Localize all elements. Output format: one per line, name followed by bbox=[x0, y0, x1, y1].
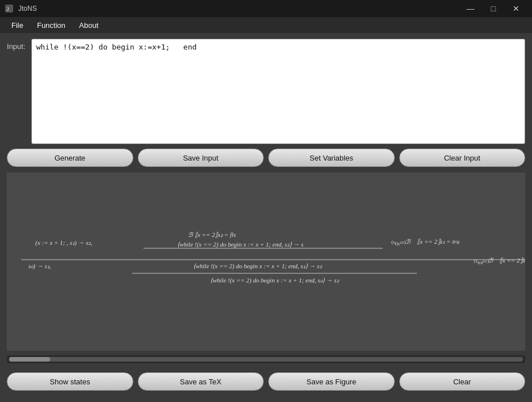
save-as-tex-button[interactable]: Save as TeX bbox=[138, 372, 264, 391]
svg-text:⟨while !(x == 2) do begin  x :: ⟨while !(x == 2) do begin x := x + 1; en… bbox=[193, 262, 322, 270]
svg-text:⟨while !(x == 2) do begin  x :: ⟨while !(x == 2) do begin x := x + 1; en… bbox=[210, 277, 339, 284]
horizontal-scrollbar[interactable] bbox=[7, 355, 525, 363]
generate-button[interactable]: Generate bbox=[7, 149, 133, 167]
input-section: Input: while !(x==2) do begin x:=x+1; en… bbox=[7, 39, 525, 144]
svg-text:(x := x + 1;  ,  s₁) → s₂,: (x := x + 1; , s₁) → s₂, bbox=[35, 239, 92, 247]
svg-text:(stru₀₀): (stru₀₀) bbox=[474, 258, 489, 265]
menu-function[interactable]: Function bbox=[30, 19, 72, 32]
menubar: File Function About bbox=[0, 17, 532, 33]
top-button-row: Generate Save Input Set Variables Clear … bbox=[7, 149, 525, 167]
math-content: .math-text { fill: #e8e8e8; font-family:… bbox=[7, 221, 525, 303]
titlebar-left: J JtoNS bbox=[5, 4, 37, 13]
svg-text:⟦x == 2⟧s₁ = tru: ⟦x == 2⟧s₁ = tru bbox=[417, 238, 460, 245]
derivation-tree-svg: .math-text { fill: #e8e8e8; font-family:… bbox=[18, 227, 525, 295]
window-controls: — □ ✕ bbox=[459, 0, 527, 17]
minimize-button[interactable]: — bbox=[459, 0, 482, 17]
scrollbar-track bbox=[9, 357, 523, 362]
svg-text:⟨while !(x == 2) do begin  x :: ⟨while !(x == 2) do begin x := x + 1; en… bbox=[177, 241, 304, 248]
app-title: JtoNS bbox=[18, 5, 37, 13]
input-textarea[interactable]: while !(x==2) do begin x:=x+1; end bbox=[31, 39, 525, 144]
svg-text:ℬ  ⟦x == 2⟧s₂ = fls: ℬ ⟦x == 2⟧s₂ = fls bbox=[188, 231, 236, 238]
save-input-button[interactable]: Save Input bbox=[138, 149, 264, 167]
scrollbar-thumb[interactable] bbox=[9, 357, 50, 362]
svg-text:s₀) → s₁,: s₀) → s₁, bbox=[28, 262, 51, 270]
svg-text:ℬ: ℬ bbox=[406, 238, 411, 245]
svg-text:⟦x == 2⟧s₀: ⟦x == 2⟧s₀ bbox=[500, 257, 525, 264]
svg-text:J: J bbox=[6, 6, 9, 12]
show-states-button[interactable]: Show states bbox=[7, 372, 133, 391]
main-content: Input: while !(x==2) do begin x:=x+1; en… bbox=[0, 33, 532, 402]
menu-about[interactable]: About bbox=[72, 19, 105, 32]
save-as-figure-button[interactable]: Save as Figure bbox=[268, 372, 395, 391]
output-area: .math-text { fill: #e8e8e8; font-family:… bbox=[7, 173, 525, 351]
clear-input-button[interactable]: Clear Input bbox=[399, 149, 526, 167]
maximize-button[interactable]: □ bbox=[482, 0, 505, 17]
app-icon: J bbox=[5, 4, 14, 13]
input-label: Input: bbox=[7, 39, 26, 51]
svg-text:(sfls₀₀): (sfls₀₀) bbox=[391, 239, 406, 247]
clear-button[interactable]: Clear bbox=[399, 372, 526, 391]
titlebar: J JtoNS — □ ✕ bbox=[0, 0, 532, 17]
bottom-button-row: Show states Save as TeX Save as Figure C… bbox=[7, 368, 525, 396]
close-button[interactable]: ✕ bbox=[505, 0, 527, 17]
svg-text:ℬ: ℬ bbox=[488, 257, 494, 264]
menu-file[interactable]: File bbox=[5, 19, 30, 32]
set-variables-button[interactable]: Set Variables bbox=[268, 149, 395, 167]
